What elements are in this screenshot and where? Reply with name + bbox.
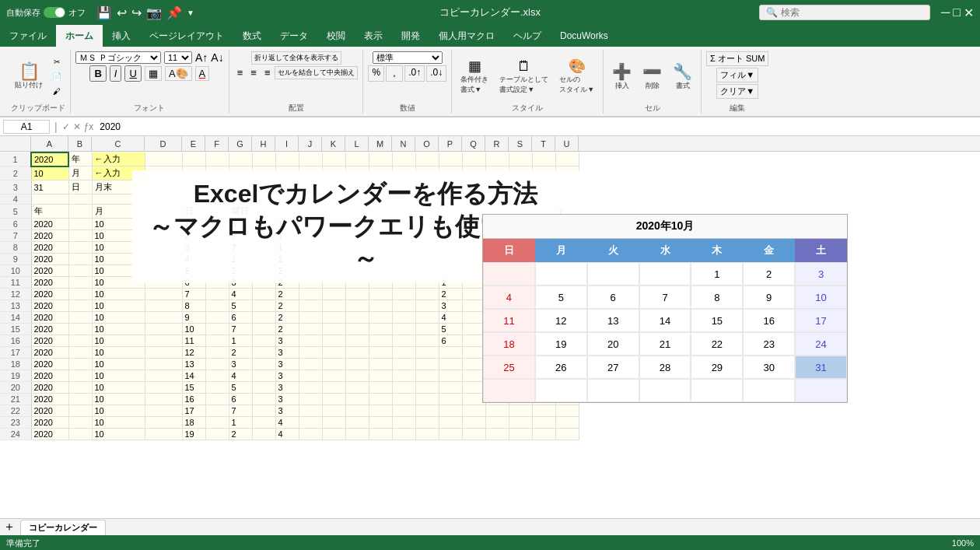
cell-f5[interactable] [205, 205, 229, 219]
cell-g2[interactable] [229, 166, 252, 180]
cell-t1[interactable] [532, 152, 555, 166]
cell-c4[interactable] [92, 194, 145, 205]
tab-help[interactable]: ヘルプ [504, 25, 551, 47]
cell-a5[interactable]: 年 [31, 205, 68, 219]
comma-button[interactable]: ， [386, 65, 403, 82]
auto-save-toggle[interactable] [44, 7, 65, 18]
col-header-o[interactable]: O [415, 136, 439, 151]
cell-o3[interactable] [415, 180, 439, 194]
customize-icon[interactable]: ▼ [187, 9, 194, 17]
align-left-button[interactable]: ≡ [234, 66, 247, 79]
cell-i2[interactable] [275, 166, 299, 180]
tab-dev[interactable]: 開発 [392, 25, 429, 47]
border-button[interactable]: ▦ [145, 66, 162, 81]
cell-m3[interactable] [369, 180, 392, 194]
fill-button[interactable]: フィル▼ [716, 68, 758, 82]
cell-f3[interactable] [205, 180, 229, 194]
cell-q4[interactable] [462, 194, 485, 205]
delete-cell-button[interactable]: ➖ 削除 [639, 60, 666, 93]
cell-l4[interactable] [345, 194, 369, 205]
col-header-h[interactable]: H [252, 136, 275, 151]
cell-n3[interactable] [392, 180, 415, 194]
cell-q2[interactable] [462, 166, 485, 180]
col-header-p[interactable]: P [439, 136, 462, 151]
undo-icon[interactable]: ↩ [117, 5, 127, 20]
fill-color-button[interactable]: A🎨 [165, 66, 192, 81]
cell-h2[interactable] [252, 166, 275, 180]
add-sheet-button[interactable]: ＋ [3, 519, 16, 535]
cell-d1[interactable] [145, 152, 182, 166]
cell-b5[interactable] [68, 205, 92, 219]
cell-e5[interactable]: 日 [182, 205, 205, 219]
italic-button[interactable]: I [110, 65, 122, 82]
cell-h4[interactable] [252, 194, 275, 205]
col-header-l[interactable]: L [345, 136, 369, 151]
cell-k5[interactable] [322, 205, 345, 219]
cell-p2[interactable] [439, 166, 462, 180]
font-color-button[interactable]: A [195, 66, 210, 81]
cell-t3[interactable] [532, 180, 555, 194]
tab-page-layout[interactable]: ページレイアウト [140, 25, 233, 47]
cell-o4[interactable] [415, 194, 439, 205]
col-header-m[interactable]: M [369, 136, 392, 151]
col-header-q[interactable]: Q [462, 136, 485, 151]
cell-l2[interactable] [345, 166, 369, 180]
decrease-decimal-button[interactable]: .0↓ [426, 65, 446, 82]
cell-b3[interactable]: 日 [68, 180, 92, 194]
insert-cell-button[interactable]: ➕ 挿入 [608, 60, 635, 93]
cell-m5[interactable] [369, 205, 392, 219]
search-box[interactable]: 🔍 [759, 5, 930, 20]
col-header-i[interactable]: I [275, 136, 299, 151]
function-button[interactable]: ✓ [62, 121, 70, 132]
col-header-s[interactable]: S [509, 136, 532, 151]
cell-p5[interactable] [439, 205, 462, 219]
format-painter-button[interactable]: 🖌 [48, 85, 65, 98]
col-header-g[interactable]: G [229, 136, 252, 151]
cell-b2[interactable]: 月 [68, 166, 92, 180]
tab-macro[interactable]: 個人用マクロ [429, 25, 504, 47]
cell-e1[interactable] [182, 152, 205, 166]
cell-o2[interactable] [415, 166, 439, 180]
col-header-k[interactable]: K [322, 136, 345, 151]
cell-i1[interactable] [275, 152, 299, 166]
cell-r2[interactable] [485, 166, 509, 180]
conditional-format-button[interactable]: ▦ 条件付き書式▼ [457, 55, 492, 97]
cell-p4[interactable] [439, 194, 462, 205]
cell-f2[interactable] [205, 166, 229, 180]
cell-k3[interactable] [322, 180, 345, 194]
cell-e4[interactable] [182, 194, 205, 205]
cell-t4[interactable] [532, 194, 555, 205]
format-cell-button[interactable]: 🔧 書式 [669, 60, 696, 93]
cell-r1[interactable] [485, 152, 509, 166]
cell-u2[interactable] [555, 166, 579, 180]
col-header-r[interactable]: R [485, 136, 509, 151]
cell-n4[interactable] [392, 194, 415, 205]
tab-home[interactable]: ホーム [56, 25, 103, 47]
cell-h3[interactable] [252, 180, 275, 194]
cell-j4[interactable] [299, 194, 322, 205]
cell-m2[interactable] [369, 166, 392, 180]
col-header-f[interactable]: F [205, 136, 229, 151]
cell-g1[interactable] [229, 152, 252, 166]
cell-n1[interactable] [392, 152, 415, 166]
cell-o1[interactable] [415, 152, 439, 166]
align-center-button[interactable]: ≡ [247, 66, 260, 79]
col-header-n[interactable]: N [392, 136, 415, 151]
tab-docuworks[interactable]: DocuWorks [551, 25, 618, 47]
cancel-formula-button[interactable]: ✕ [73, 121, 81, 132]
cell-u1[interactable] [555, 152, 579, 166]
cell-g3[interactable] [229, 180, 252, 194]
cell-b1[interactable]: 年 [68, 152, 92, 166]
cell-l1[interactable] [345, 152, 369, 166]
sheet-tab-calendar[interactable]: コピーカレンダー [20, 520, 106, 535]
bold-button[interactable]: B [89, 65, 106, 82]
cell-e2[interactable] [182, 166, 205, 180]
col-header-a[interactable]: A [31, 136, 68, 151]
increase-font-icon[interactable]: A↑ [195, 51, 208, 64]
cell-l3[interactable] [345, 180, 369, 194]
cell-u3[interactable] [555, 180, 579, 194]
tab-data[interactable]: データ [271, 25, 317, 47]
cell-r3[interactable] [485, 180, 509, 194]
cell-k2[interactable] [322, 166, 345, 180]
cell-c5[interactable]: 月 [92, 205, 145, 219]
